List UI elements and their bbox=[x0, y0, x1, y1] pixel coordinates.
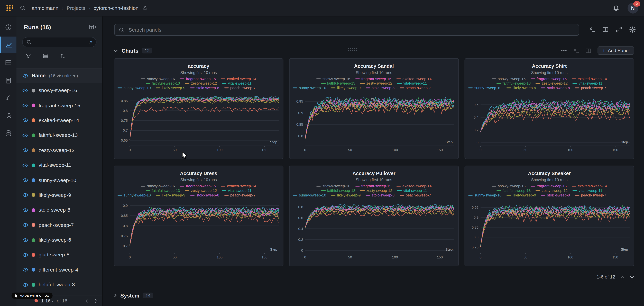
regex-toggle[interactable]: .* bbox=[88, 40, 92, 45]
visibility-eye-icon[interactable] bbox=[22, 252, 28, 258]
run-color-dot bbox=[32, 223, 35, 227]
run-name[interactable]: sunny-sweep-10 bbox=[38, 177, 76, 183]
run-row[interactable]: fragrant-sweep-15 bbox=[16, 98, 102, 113]
legend-label: exalted-sweep-14 bbox=[227, 77, 256, 81]
run-name[interactable]: fragrant-sweep-15 bbox=[38, 103, 80, 108]
run-name[interactable]: snowy-sweep-16 bbox=[38, 88, 77, 93]
run-name[interactable]: peach-sweep-7 bbox=[38, 222, 74, 228]
visibility-eye-icon[interactable] bbox=[22, 162, 28, 168]
chart-panel[interactable]: Accuracy PulloverShowing first 10 runssn… bbox=[289, 166, 459, 266]
run-name[interactable]: likely-sweep-9 bbox=[38, 192, 71, 198]
next-page-icon[interactable] bbox=[94, 298, 97, 303]
page-up-icon[interactable] bbox=[620, 275, 625, 278]
section-more-icon[interactable] bbox=[561, 50, 567, 52]
global-search-icon[interactable] bbox=[20, 5, 26, 11]
run-name[interactable]: different-sweep-4 bbox=[38, 267, 78, 273]
legend-item: fragrant-sweep-15 bbox=[355, 77, 391, 81]
run-name[interactable]: faithful-sweep-13 bbox=[38, 132, 78, 138]
chart-subtitle: Showing first 10 runs bbox=[114, 70, 283, 75]
rail-overview-icon[interactable] bbox=[0, 19, 16, 35]
chart-panel[interactable]: Accuracy DressShowing first 10 runssnowy… bbox=[114, 166, 283, 266]
chevron-right-icon[interactable] bbox=[114, 293, 116, 297]
runs-search[interactable]: .* bbox=[22, 37, 96, 47]
notifications-bell-icon[interactable] bbox=[613, 5, 620, 11]
charts-section-label[interactable]: Charts bbox=[122, 47, 138, 54]
run-row[interactable]: exalted-sweep-14 bbox=[16, 113, 102, 128]
run-row[interactable]: helpful-sweep-3 bbox=[16, 277, 102, 292]
breadcrumb-project[interactable]: pytorch-cnn-fashion bbox=[93, 5, 138, 11]
rail-artifacts-icon[interactable] bbox=[0, 125, 16, 141]
run-row[interactable]: likely-sweep-9 bbox=[16, 188, 102, 203]
chart-panel[interactable]: Accuracy SneakerShowing first 10 runssno… bbox=[464, 166, 634, 266]
filter-icon[interactable] bbox=[26, 53, 31, 59]
section-x-axis-icon[interactable] bbox=[573, 47, 579, 54]
visibility-eye-icon[interactable] bbox=[22, 132, 28, 138]
visibility-eye-icon[interactable] bbox=[22, 207, 28, 213]
visibility-eye-icon[interactable] bbox=[22, 192, 28, 198]
x-axis-icon[interactable] bbox=[588, 26, 595, 33]
runs-search-input[interactable] bbox=[34, 39, 86, 46]
visibility-eye-icon[interactable] bbox=[22, 102, 28, 109]
chart-panel[interactable]: Accuracy ShirtShowing first 10 runssnowy… bbox=[464, 58, 634, 159]
run-name[interactable]: stoic-sweep-8 bbox=[38, 207, 70, 213]
run-name[interactable]: helpful-sweep-3 bbox=[38, 282, 75, 288]
rail-reports-icon[interactable] bbox=[0, 72, 16, 88]
user-avatar[interactable]: N 2 bbox=[628, 3, 638, 14]
page-down-icon[interactable] bbox=[630, 275, 634, 278]
run-row[interactable]: likely-sweep-6 bbox=[16, 232, 102, 247]
wandb-logo[interactable] bbox=[6, 5, 14, 12]
visibility-eye-icon[interactable] bbox=[22, 177, 28, 183]
visibility-eye-icon[interactable] bbox=[22, 222, 28, 228]
rail-launch-icon[interactable] bbox=[0, 107, 16, 124]
run-row[interactable]: zesty-sweep-12 bbox=[16, 143, 102, 158]
run-row[interactable]: glad-sweep-5 bbox=[16, 247, 102, 262]
run-name[interactable]: vital-sweep-11 bbox=[38, 162, 71, 168]
section-panel-layout-icon[interactable] bbox=[586, 47, 592, 54]
panel-search[interactable] bbox=[114, 24, 579, 36]
breadcrumb-projects[interactable]: Projects bbox=[67, 5, 85, 11]
visibility-eye-icon[interactable] bbox=[22, 267, 28, 273]
visibility-eye-icon[interactable] bbox=[22, 282, 28, 288]
zoom-expand-icon[interactable] bbox=[616, 26, 622, 33]
system-section-label[interactable]: System bbox=[120, 292, 139, 298]
chart-panel[interactable]: Accuracy SandalShowing first 10 runssnow… bbox=[289, 58, 459, 159]
add-panel-button[interactable]: + Add Panel bbox=[598, 46, 634, 55]
run-row[interactable]: different-sweep-4 bbox=[16, 262, 102, 277]
chart-panel[interactable]: accuracyShowing first 10 runssnowy-sweep… bbox=[114, 58, 283, 159]
visibility-eye-icon[interactable] bbox=[22, 147, 28, 153]
visibility-eye-icon[interactable] bbox=[22, 88, 28, 94]
panel-layout-icon[interactable] bbox=[602, 26, 609, 33]
legend-row: faithful-sweep-13zesty-sweep-12vital-swe… bbox=[290, 81, 458, 86]
visibility-eye-icon[interactable] bbox=[22, 117, 28, 123]
run-name[interactable]: exalted-sweep-14 bbox=[38, 118, 79, 123]
run-name[interactable]: zesty-sweep-12 bbox=[38, 147, 74, 153]
legend-item: stoic-sweep-8 bbox=[190, 193, 219, 197]
legend-item: vital-sweep-11 bbox=[222, 188, 252, 192]
chevron-down-icon[interactable] bbox=[114, 49, 118, 52]
rail-sweeps-icon[interactable] bbox=[0, 90, 16, 106]
run-row[interactable]: peach-sweep-7 bbox=[16, 217, 102, 232]
runs-table-expand-icon[interactable] bbox=[89, 24, 96, 30]
run-row[interactable]: faithful-sweep-13 bbox=[16, 128, 102, 143]
run-name[interactable]: likely-sweep-6 bbox=[38, 237, 71, 243]
visibility-eye-icon[interactable] bbox=[22, 237, 28, 243]
sort-icon[interactable] bbox=[60, 53, 66, 59]
page-size-selector[interactable]: 1-16 ▾ bbox=[41, 298, 54, 303]
svg-text:0.85: 0.85 bbox=[121, 99, 128, 103]
panel-search-input[interactable] bbox=[128, 27, 574, 33]
group-icon[interactable] bbox=[43, 53, 48, 59]
run-name[interactable]: glad-sweep-5 bbox=[38, 252, 70, 258]
prev-page-icon[interactable] bbox=[85, 298, 88, 303]
svg-text:50: 50 bbox=[173, 148, 177, 152]
settings-gear-icon[interactable] bbox=[629, 26, 636, 33]
legend-label: likely-sweep-9 bbox=[337, 193, 361, 197]
breadcrumb-user[interactable]: anmolmann bbox=[32, 5, 58, 11]
rail-workspace-icon[interactable] bbox=[0, 37, 16, 53]
run-row[interactable]: vital-sweep-11 bbox=[16, 158, 102, 173]
run-row[interactable]: sunny-sweep-10 bbox=[16, 173, 102, 188]
run-row[interactable]: snowy-sweep-16 bbox=[16, 83, 102, 98]
rail-table-icon[interactable] bbox=[0, 54, 16, 71]
runs-header-row[interactable]: Name (16 visualized) bbox=[16, 68, 102, 83]
visibility-all-eye-icon[interactable] bbox=[22, 73, 28, 79]
run-row[interactable]: stoic-sweep-8 bbox=[16, 203, 102, 217]
